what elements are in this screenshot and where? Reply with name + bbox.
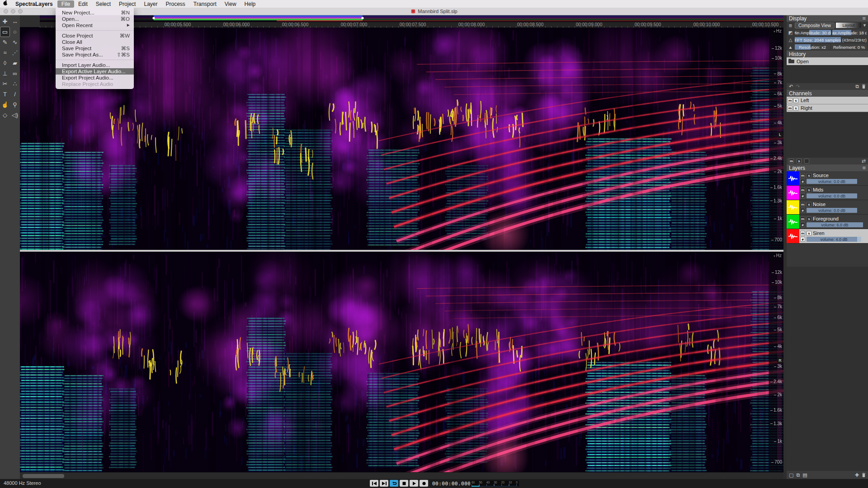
heal-tool[interactable]: ∞	[10, 68, 20, 79]
layer-row-noise[interactable]: msNoise⌀volume: 0.0 dB	[787, 200, 868, 215]
layer-volume-slider[interactable]: volume: 4.0 dB	[807, 237, 861, 242]
horizontal-scrollbar[interactable]	[20, 472, 783, 479]
file-menu-item-open[interactable]: Open...⌘O	[56, 16, 134, 22]
menubar-item-process[interactable]: Process	[162, 0, 189, 8]
file-menu-item-import-layer-audio[interactable]: Import Layer Audio...	[56, 62, 134, 68]
menubar-item-layer[interactable]: Layer	[140, 0, 161, 8]
layer-phase-button[interactable]: ⌀	[800, 237, 805, 242]
layer-volume-slider[interactable]: volume: 6.0 dB	[807, 222, 863, 227]
new-layer-button[interactable]: ▢	[789, 472, 793, 478]
layer-phase-button[interactable]: ⌀	[800, 208, 805, 213]
mute-button[interactable]: m	[788, 106, 793, 111]
menubar-item-project[interactable]: Project	[115, 0, 140, 8]
lasso-select-tool[interactable]: ∿	[10, 37, 20, 47]
menubar-item-edit[interactable]: Edit	[74, 0, 92, 8]
colormap-layout-select[interactable]: Layout	[836, 23, 861, 28]
transform-tool[interactable]: ✚	[0, 16, 10, 27]
layer-phase-button[interactable]: ⌀	[800, 179, 805, 184]
menubar-item-select[interactable]: Select	[92, 0, 115, 8]
zoom-tool[interactable]: ⚲	[10, 99, 20, 110]
file-menu-item-new-project[interactable]: New Project...⌘N	[56, 9, 134, 16]
loop-button[interactable]	[390, 480, 398, 487]
file-menu-item-open-recent[interactable]: Open Recent▶	[56, 22, 134, 28]
3d-view-tool[interactable]: ◇	[0, 110, 10, 120]
layer-row-mids[interactable]: msMids⌀volume: 0.0 dB	[787, 186, 868, 200]
solo-button[interactable]: s	[793, 98, 798, 103]
pencil-tool[interactable]: /	[10, 89, 20, 99]
ellipse-select-tool[interactable]: ○	[10, 27, 20, 37]
time-ruler[interactable]: 00:00:05.50000:00:06.00000:00:06.50000:0…	[40, 22, 783, 28]
record-button[interactable]	[420, 480, 428, 487]
composite-view-button[interactable]: Composite View	[795, 23, 835, 28]
layer-volume-slider[interactable]: volume: 0.0 dB	[807, 208, 857, 213]
overview-strip[interactable]	[40, 15, 783, 22]
spray-tool[interactable]: ∴	[10, 79, 20, 89]
duplicate-layer-button[interactable]: ⧉	[796, 472, 800, 478]
dotted-brush-tool[interactable]: ⋰	[10, 47, 20, 58]
layer-mute-button[interactable]: m	[800, 231, 805, 236]
file-menu-item-export-active-layer-audio[interactable]: Export Active Layer Audio...	[56, 68, 134, 75]
chevron-down-icon[interactable]: ▼	[863, 23, 867, 28]
file-menu-item-save-project-as[interactable]: Save Project As...⇧⌘S	[56, 52, 134, 58]
channel-row-left[interactable]: msLeft	[787, 97, 868, 104]
hamburger-menu-icon[interactable]: ≡	[862, 16, 866, 21]
big-eraser-tool[interactable]: ▰	[10, 58, 20, 68]
eraser-tool[interactable]: ◊	[0, 58, 10, 68]
skip-end-button[interactable]	[380, 480, 388, 487]
menubar-item-file[interactable]: File	[57, 0, 74, 8]
duplicate-state-button[interactable]: ⧉	[855, 84, 859, 89]
play-button[interactable]	[410, 480, 418, 487]
layer-mute-button[interactable]: m	[800, 202, 805, 207]
frequency-ruler-top[interactable]: Hz 12k10k8k7k6k5k4k3k2.4k2k1.6k1.3k1k700	[769, 27, 783, 250]
group-layers-button[interactable]: ▤	[802, 472, 807, 478]
hand-tool[interactable]: ☝	[0, 99, 10, 110]
skip-start-button[interactable]	[370, 480, 378, 487]
mute-button[interactable]: m	[788, 98, 793, 103]
layer-solo-button[interactable]: s	[807, 173, 811, 178]
frequency-pen-tool[interactable]: ✎	[0, 37, 10, 47]
fft-size-slider[interactable]: FFT Size: 2048 samples	[795, 37, 841, 42]
layer-solo-button[interactable]: s	[807, 202, 811, 207]
trash-icon[interactable]	[862, 84, 866, 89]
spectrogram-canvas-bottom[interactable]	[20, 252, 783, 472]
layer-color-swatch[interactable]	[787, 200, 799, 214]
file-menu-item-close-project[interactable]: Close Project⌘W	[56, 33, 134, 39]
spectrogram-canvas-top[interactable]	[20, 27, 783, 250]
file-menu-item-replace-project-audio[interactable]: Replace Project Audio	[56, 81, 134, 87]
layer-row-source[interactable]: msSource⌀volume: 0.0 dB	[787, 171, 868, 186]
file-menu-item-export-project-audio[interactable]: Export Project Audio...	[56, 75, 134, 81]
history-entry-open[interactable]: Open	[787, 57, 868, 65]
layer-row-siren[interactable]: msSiren⌀volume: 4.0 dB	[787, 229, 868, 244]
layer-color-swatch[interactable]	[787, 186, 799, 200]
unmix-button[interactable]: ✚	[855, 472, 859, 478]
channels-mute-button[interactable]: m	[789, 159, 794, 164]
channel-row-right[interactable]: msRight	[787, 104, 868, 112]
app-menu-title[interactable]: SpectraLayers	[11, 1, 57, 7]
scrollbar-thumb[interactable]	[23, 474, 64, 478]
layer-solo-button[interactable]: s	[807, 188, 811, 192]
spectrogram-view-right-channel[interactable]: Hz 12k10k8k7k6k5k4k3k2.4k2k1.6k1.3k1k700…	[20, 252, 783, 472]
brush-tool[interactable]: ≈	[0, 47, 10, 58]
monitor-tool[interactable]: ◁)	[10, 110, 20, 120]
time-stretch-tool[interactable]: ↔	[10, 16, 20, 27]
menubar-item-view[interactable]: View	[221, 0, 241, 8]
file-menu-item-save-project[interactable]: Save Project⌘S	[56, 45, 134, 52]
layer-volume-slider[interactable]: volume: 0.0 dB	[807, 193, 857, 198]
layer-solo-button[interactable]: s	[807, 216, 811, 221]
rectangle-select-tool[interactable]: ▭	[0, 27, 10, 37]
layer-solo-button[interactable]: s	[807, 231, 811, 236]
resolution-slider[interactable]: Resolution: x2	[795, 44, 830, 50]
layer-row-foreground[interactable]: msForeground⌀volume: 6.0 dB	[787, 215, 868, 229]
solo-button[interactable]: s	[793, 106, 798, 111]
stamp-tool[interactable]: ⊥	[0, 68, 10, 79]
spectrogram-view-left-channel[interactable]: Hz 12k10k8k7k6k5k4k3k2.4k2k1.6k1.3k1k700…	[20, 27, 783, 250]
layer-phase-button[interactable]: ⌀	[800, 222, 805, 227]
measure-tool[interactable]: T	[0, 89, 10, 99]
channels-extra-button[interactable]	[804, 159, 809, 164]
channel-swap-icon[interactable]: ⇄	[862, 158, 866, 164]
menubar-item-transport[interactable]: Transport	[189, 0, 221, 8]
layer-mute-button[interactable]: m	[800, 173, 805, 178]
stop-button[interactable]	[400, 480, 408, 487]
file-menu-item-close-all[interactable]: Close All	[56, 39, 134, 45]
refinement-slider[interactable]: Refinement: 0 %	[831, 44, 867, 50]
